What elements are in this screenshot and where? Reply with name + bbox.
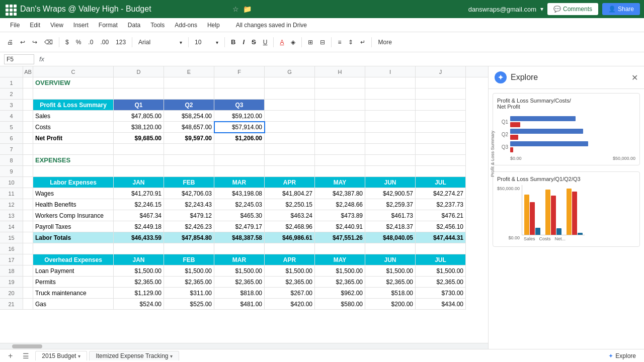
cell-f13[interactable]: $465.30 — [214, 210, 265, 221]
cell-g18[interactable]: $1,500.00 — [265, 265, 315, 277]
underline-button[interactable]: U — [260, 37, 271, 48]
cell-c14[interactable]: Payroll Taxes — [33, 221, 114, 232]
cell-i10[interactable]: JUN — [365, 177, 416, 188]
user-chevron[interactable]: ▾ — [540, 6, 543, 13]
cell-d15[interactable]: $46,433.59 — [114, 232, 164, 243]
cell-ab14[interactable] — [23, 221, 33, 232]
cell-ab20[interactable] — [23, 288, 33, 299]
cell-g9[interactable] — [265, 166, 315, 177]
cell-j4[interactable] — [416, 111, 466, 122]
cell-h21[interactable]: $580.00 — [315, 299, 365, 310]
cell-f16[interactable] — [214, 243, 265, 254]
cell-ab8[interactable] — [23, 155, 33, 166]
cell-f12[interactable]: $2,245.03 — [214, 199, 265, 210]
cell-g3[interactable] — [265, 100, 315, 111]
cell-e9[interactable] — [164, 166, 214, 177]
cell-h11[interactable]: $42,387.80 — [315, 188, 365, 199]
cell-g12[interactable]: $2,250.15 — [265, 199, 315, 210]
cell-e11[interactable]: $42,706.03 — [164, 188, 214, 199]
cell-i13[interactable]: $461.73 — [365, 210, 416, 221]
cell-h4[interactable] — [315, 111, 365, 122]
cell-c1[interactable]: OVERVIEW — [33, 77, 114, 88]
cell-h14[interactable]: $2,440.91 — [315, 221, 365, 232]
font-size-dropdown[interactable]: 10 — [192, 37, 221, 48]
cell-f2[interactable] — [214, 88, 265, 100]
cell-f18[interactable]: $1,500.00 — [214, 265, 265, 277]
cell-d8[interactable] — [114, 155, 164, 166]
cell-f11[interactable]: $43,198.08 — [214, 188, 265, 199]
cell-c13[interactable]: Workers Comp Insurance — [33, 210, 114, 221]
menu-format[interactable]: Format — [95, 20, 122, 30]
cell-i21[interactable]: $200.00 — [365, 299, 416, 310]
cell-j6[interactable] — [416, 133, 466, 144]
cell-e6[interactable]: $9,597.00 — [164, 133, 214, 144]
borders-button[interactable]: ⊞ — [305, 37, 316, 48]
cell-c11[interactable]: Wages — [33, 188, 114, 199]
cell-g2[interactable] — [265, 88, 315, 100]
cell-e10[interactable]: FEB — [164, 177, 214, 188]
cell-j11[interactable]: $42,274.27 — [416, 188, 466, 199]
cell-c19[interactable]: Permits — [33, 277, 114, 288]
cell-i14[interactable]: $2,418.37 — [365, 221, 416, 232]
cell-f19[interactable]: $2,365.00 — [214, 277, 265, 288]
cell-e1[interactable] — [164, 77, 214, 88]
cell-g15[interactable]: $46,986.61 — [265, 232, 315, 243]
cell-j19[interactable]: $2,365.00 — [416, 277, 466, 288]
decimal-up-button[interactable]: .00 — [97, 37, 112, 48]
cell-h6[interactable] — [315, 133, 365, 144]
cell-h5[interactable] — [315, 122, 365, 133]
cell-ab4[interactable] — [23, 111, 33, 122]
cell-i2[interactable] — [365, 88, 416, 100]
cell-j14[interactable]: $2,456.10 — [416, 221, 466, 232]
cell-e3[interactable]: Q2 — [164, 100, 214, 111]
cell-ab16[interactable] — [23, 243, 33, 254]
cell-f4[interactable]: $59,120.00 — [214, 111, 265, 122]
folder-icon[interactable]: 📁 — [243, 5, 252, 13]
cell-f9[interactable] — [214, 166, 265, 177]
cell-ab1[interactable] — [23, 77, 33, 88]
cell-g20[interactable]: $267.00 — [265, 288, 315, 299]
cell-d1[interactable] — [114, 77, 164, 88]
cell-ab3[interactable] — [23, 100, 33, 111]
cell-f20[interactable]: $818.00 — [214, 288, 265, 299]
cell-g4[interactable] — [265, 111, 315, 122]
cell-g1[interactable] — [265, 77, 315, 88]
cell-i17[interactable]: JUN — [365, 254, 416, 265]
cell-d6[interactable]: $9,685.00 — [114, 133, 164, 144]
cell-d14[interactable]: $2,449.18 — [114, 221, 164, 232]
cell-h13[interactable]: $473.89 — [315, 210, 365, 221]
cell-ab5[interactable] — [23, 122, 33, 133]
cell-ab11[interactable] — [23, 188, 33, 199]
redo-button[interactable]: ↪ — [29, 37, 40, 48]
cell-g5[interactable] — [265, 122, 315, 133]
cell-ab10[interactable] — [23, 177, 33, 188]
cell-i4[interactable] — [365, 111, 416, 122]
cell-ab9[interactable] — [23, 166, 33, 177]
cell-i11[interactable]: $42,900.57 — [365, 188, 416, 199]
cell-i15[interactable]: $48,040.05 — [365, 232, 416, 243]
menu-file[interactable]: File — [6, 20, 24, 30]
cell-c6[interactable]: Net Profit — [33, 133, 114, 144]
cell-c4[interactable]: Sales — [33, 111, 114, 122]
cell-c5[interactable]: Costs — [33, 122, 114, 133]
cell-ab13[interactable] — [23, 210, 33, 221]
cell-d11[interactable]: $41,270.91 — [114, 188, 164, 199]
cell-d21[interactable]: $524.00 — [114, 299, 164, 310]
cell-g13[interactable]: $463.24 — [265, 210, 315, 221]
cell-f8[interactable] — [214, 155, 265, 166]
cell-d9[interactable] — [114, 166, 164, 177]
cell-e17[interactable]: FEB — [164, 254, 214, 265]
cell-ab21[interactable] — [23, 299, 33, 310]
cell-d20[interactable]: $1,129.00 — [114, 288, 164, 299]
cell-h8[interactable] — [315, 155, 365, 166]
cell-h18[interactable]: $1,500.00 — [315, 265, 365, 277]
cell-i16[interactable] — [365, 243, 416, 254]
share-button[interactable]: 👤 Share — [602, 3, 640, 15]
cell-i8[interactable] — [365, 155, 416, 166]
cell-i5[interactable] — [365, 122, 416, 133]
cell-g7[interactable] — [265, 144, 315, 155]
sheet-menu-button[interactable]: ☰ — [19, 351, 33, 361]
cell-ab2[interactable] — [23, 88, 33, 100]
cell-j2[interactable] — [416, 88, 466, 100]
cell-i3[interactable] — [365, 100, 416, 111]
